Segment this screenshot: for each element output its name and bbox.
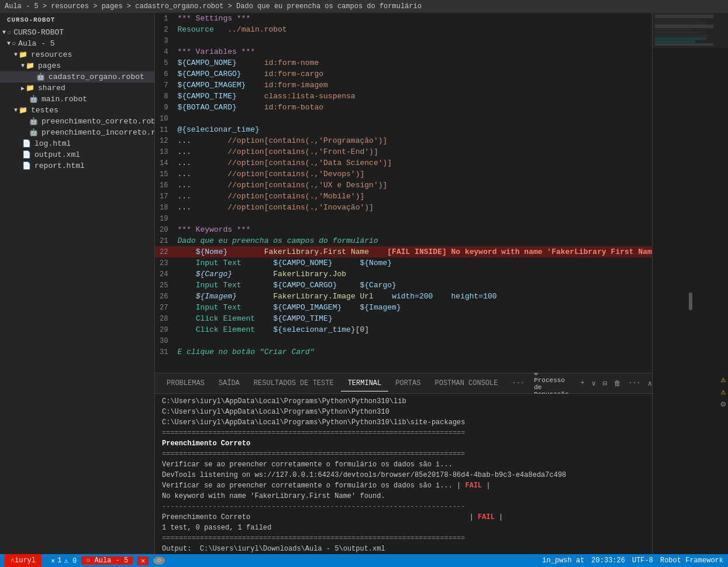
panel: PROBLEMAS SAÍDA RESULTADOS DE TESTE TERM… (155, 373, 652, 554)
line-code: Dado que eu preencha os campos do formul… (175, 235, 652, 246)
line-code: ... //option[contains(.,'Front-End')] (175, 146, 652, 157)
terminal-line: No keyword with name 'FakerLibrary.First… (162, 491, 645, 501)
line-number: 8 (155, 91, 175, 102)
line-number: 3 (155, 35, 175, 46)
sidebar-item-prec-incorreto[interactable]: 🤖 preenchimento_incorreto.robot (0, 127, 154, 138)
line-code: ... //option[contains(.,'Inovação')] (175, 202, 652, 213)
line-15: 15 ... //option[contains(.,'Devops')] (155, 169, 652, 180)
chevron-down-icon[interactable]: ∨ (589, 378, 598, 389)
error-count: 1 (57, 556, 61, 565)
line-number: 11 (155, 124, 175, 135)
line-code: *** Settings *** (175, 13, 652, 24)
robot-icon: 🤖 (29, 128, 38, 137)
sidebar[interactable]: CURSO-ROBOT ▼ ○ CURSO-ROBOT ▼ ○ Aula - 5… (0, 13, 155, 554)
more-icon[interactable]: ··· (626, 378, 643, 389)
sidebar-item-curso-robot[interactable]: ▼ ○ CURSO-ROBOT (0, 27, 154, 38)
line-7: 7 ${CAMPO_IMAGEM} id:form-imagem (155, 80, 652, 91)
error-badge: ✕ 1 ⚠ 0 (51, 556, 77, 565)
line-20: 20 *** Keywords *** (155, 224, 652, 235)
line-code: Click Element ${CAMPO_TIME} (175, 313, 652, 324)
tab-saida[interactable]: SAÍDA (212, 376, 247, 391)
tab-postman[interactable]: POSTMAN CONSOLE (427, 376, 505, 391)
warning-icon: ⚠ 0 (64, 556, 77, 565)
sidebar-item-pages[interactable]: ▼ 📁 pages (0, 60, 154, 71)
line-code: ${CAMPO_NOME} id:form-nome (175, 57, 652, 68)
chevron-icon: ▶ (21, 85, 25, 92)
tab-portas[interactable]: PORTAS (388, 376, 427, 391)
warning-icon-2: ⚠ (721, 387, 726, 397)
line-number: 26 (155, 291, 175, 302)
chevron-icon: ▼ (21, 63, 25, 69)
line-code: Resource ../main.robot (175, 24, 652, 35)
line-number: 27 (155, 302, 175, 313)
right-panel-minimap (653, 13, 728, 48)
line-code (175, 335, 652, 346)
split-icon[interactable]: ⊟ (601, 378, 609, 389)
terminal-line: Verificar se ao preencher corretamente o… (162, 480, 645, 491)
report-icon: 📄 (22, 161, 31, 170)
chevron-icon: ▼ (2, 29, 6, 36)
sidebar-item-main-robot[interactable]: 🤖 main.robot (0, 94, 154, 105)
sidebar-item-shared[interactable]: ▶ 📁 shared (0, 83, 154, 94)
git-branch[interactable]: ⑃ iuryl (5, 554, 42, 567)
sidebar-item-report[interactable]: 📄 report.html (0, 160, 154, 171)
sidebar-item-label: preenchimento_correto.robot (42, 117, 155, 126)
tab-terminal[interactable]: TERMINAL (341, 376, 389, 391)
line-number: 18 (155, 202, 175, 213)
terminal-separator: ----------------------------------------… (162, 501, 645, 512)
status-circle: ○ (153, 556, 164, 565)
sidebar-item-output[interactable]: 📄 output.xml (0, 149, 154, 160)
line-29: 29 Click Element ${selecionar_time}[0] (155, 324, 652, 335)
chevron-icon: ▼ (7, 40, 11, 47)
line-25: 25 Input Text ${CAMPO_CARGO} ${Cargo} (155, 280, 652, 291)
sidebar-item-resources[interactable]: ▼ 📁 resources (0, 49, 154, 60)
line-code: ${CAMPO_TIME} class:lista-suspensa (175, 91, 652, 102)
line-number: 22 (155, 246, 175, 257)
line-4: 4 *** Variables *** (155, 46, 652, 57)
line-code: ... //option[contains(.,'UX e Design')] (175, 180, 652, 191)
sidebar-item-cadastro[interactable]: 🤖 cadastro_organo.robot (0, 71, 154, 83)
sidebar-item-aula5[interactable]: ▼ ○ Aula - 5 (0, 38, 154, 49)
line-16: 16 ... //option[contains(.,'UX e Design'… (155, 180, 652, 191)
folder-icon: 📁 (19, 50, 27, 59)
line-code: Input Text ${CAMPO_NOME} ${Nome} (175, 257, 652, 269)
expand-icon[interactable]: ∧ (646, 378, 652, 389)
error-icon: ✕ (51, 556, 55, 565)
tab-problemas[interactable]: PROBLEMAS (160, 376, 212, 391)
sidebar-item-label: preenchimento_incorreto.robot (42, 128, 155, 137)
line-number: 2 (155, 24, 175, 35)
line-30: 30 (155, 335, 652, 346)
terminal-content[interactable]: C:\Users\iuryl\AppData\Local\Programs\Py… (155, 394, 652, 554)
sidebar-item-prec-correto[interactable]: 🤖 preenchimento_correto.robot (0, 116, 154, 127)
line-number: 19 (155, 213, 175, 224)
line-6: 6 ${CAMPO_CARGO} id:form-cargo (155, 68, 652, 80)
trash-icon[interactable]: 🗑 (612, 378, 623, 389)
terminal-line: Verificar se ao preencher corretamente o… (162, 459, 645, 470)
line-2: 2 Resource ../main.robot (155, 24, 652, 35)
chevron-icon: ▼ (14, 51, 18, 58)
line-code: *** Variables *** (175, 46, 652, 57)
line-code: Input Text ${CAMPO_IMAGEM} ${Imagem} (175, 302, 652, 313)
settings-icon[interactable]: ⚙ (721, 399, 726, 409)
line-code: ... //option[contains(.,'Data Science')] (175, 157, 652, 169)
line-number: 1 (155, 13, 175, 24)
circle-icon: ○ (7, 29, 11, 37)
git-icon: ⑃ (11, 556, 15, 565)
panel-tabs: PROBLEMAS SAÍDA RESULTADOS DE TESTE TERM… (155, 373, 652, 394)
sidebar-item-label: main.robot (42, 95, 87, 104)
line-14: 14 ... //option[contains(.,'Data Science… (155, 157, 652, 169)
code-editor[interactable]: 1 *** Settings *** 2 Resource ../main.ro… (155, 13, 652, 373)
line-code: ... //option[contains(.,'Devops')] (175, 169, 652, 180)
line-1: 1 *** Settings *** (155, 13, 652, 24)
tab-more[interactable]: ··· (505, 376, 532, 391)
line-code (175, 213, 652, 224)
tab-resultados[interactable]: RESULTADOS DE TESTE (247, 376, 341, 391)
terminal-line: DevTools listening on ws://127.0.0.1:642… (162, 470, 645, 480)
sidebar-item-testes[interactable]: ▼ 📁 testes (0, 105, 154, 116)
sidebar-item-label: log.html (34, 139, 71, 148)
sidebar-item-log[interactable]: 📄 log.html (0, 138, 154, 149)
right-panel-scrollbar (653, 48, 728, 554)
status-aula: ○ Aula - 5 (81, 556, 133, 565)
line-18: 18 ... //option[contains(.,'Inovação')] (155, 202, 652, 213)
plus-icon[interactable]: + (578, 378, 587, 389)
